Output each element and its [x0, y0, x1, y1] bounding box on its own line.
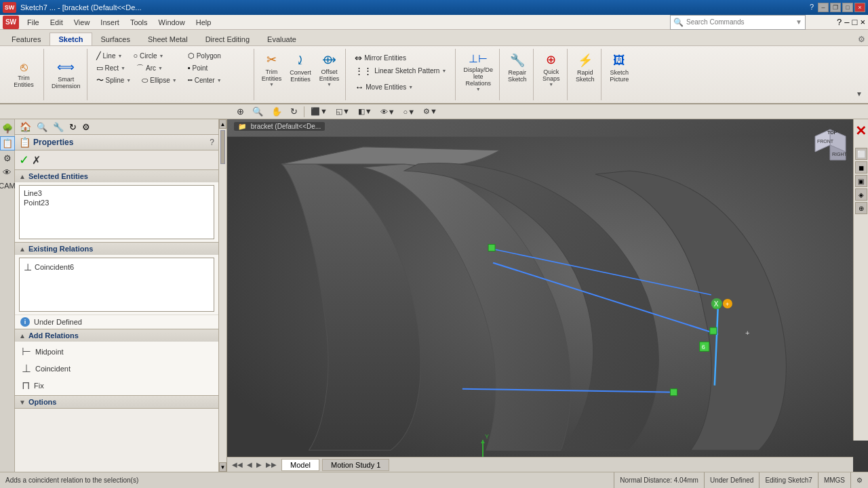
toolbar-icon-4[interactable]: × — [860, 17, 865, 27]
tab-sheet-metal[interactable]: Sheet Metal — [139, 33, 197, 45]
mini-button-1[interactable]: ⬜ — [855, 148, 867, 160]
selected-entities-header[interactable]: ▲ Selected Entities — [15, 170, 218, 182]
orientation-cube[interactable]: TOP FRONT RIGHT — [812, 126, 849, 163]
cam-icon[interactable]: CAM — [0, 180, 17, 191]
convert-entities-button[interactable]: ⤸ ConvertEntities — [286, 50, 315, 85]
centerline-dropdown[interactable]: ▼ — [217, 78, 222, 83]
view-orientation-button[interactable]: ◱▼ — [332, 106, 353, 117]
add-relation-midpoint[interactable]: ⊢ Midpoint — [18, 343, 216, 360]
scroll-up-button[interactable]: ▲ — [219, 119, 226, 129]
close-button[interactable]: × — [854, 3, 865, 12]
menu-edit[interactable]: Edit — [45, 17, 68, 28]
tab-motion-study[interactable]: Motion Study 1 — [322, 459, 389, 471]
linear-pattern-dropdown[interactable]: ▼ — [441, 68, 446, 73]
model-area[interactable]: X + 6 X — [227, 136, 868, 472]
property-manager-icon[interactable]: 📋 — [0, 136, 15, 150]
options-header[interactable]: ▼ Options — [15, 396, 218, 408]
rect-dropdown[interactable]: ▼ — [121, 66, 125, 70]
move-entities-button[interactable]: ↔ Move Entities ▼ — [350, 81, 451, 93]
spline-dropdown[interactable]: ▼ — [126, 78, 131, 83]
polygon-button[interactable]: ⬡ Polygon — [183, 50, 251, 61]
ribbon-more-button[interactable]: ▼ — [854, 89, 864, 99]
line-button[interactable]: ╱ Line ▼ — [92, 50, 127, 61]
menu-help[interactable]: Help — [191, 17, 217, 28]
display-delete-dropdown[interactable]: ▼ — [476, 87, 481, 92]
menu-window[interactable]: Window — [153, 17, 191, 28]
quick-snaps-dropdown[interactable]: ▼ — [549, 82, 553, 87]
centerline-button[interactable]: ┅ Center ▼ — [183, 75, 251, 85]
panel-help-button[interactable]: ? — [210, 138, 214, 147]
panel-tools-icon[interactable]: 🔧 — [51, 121, 66, 133]
move-entities-dropdown[interactable]: ▼ — [408, 85, 413, 89]
exit-sketch-button[interactable]: ⎋ Trim Entities — [7, 57, 41, 92]
add-relation-coincident[interactable]: ⊥ Coincident — [18, 360, 216, 377]
menu-insert[interactable]: Insert — [95, 17, 125, 28]
panel-refresh-icon[interactable]: ↻ — [67, 121, 79, 133]
ok-button[interactable]: ✓ — [19, 152, 29, 167]
menu-tools[interactable]: Tools — [125, 17, 153, 28]
repair-sketch-button[interactable]: 🔧 RepairSketch — [505, 50, 530, 85]
smart-dimension-button[interactable]: ⟺ SmartDimension — [48, 57, 84, 92]
search-dropdown-icon[interactable]: ▼ — [795, 18, 802, 26]
menu-view[interactable]: View — [68, 17, 96, 28]
ellipse-dropdown[interactable]: ▼ — [172, 78, 177, 83]
linear-pattern-button[interactable]: ⋮⋮ Linear Sketch Pattern ▼ — [350, 64, 451, 77]
display-delete-button[interactable]: ⊥⊢ Display/DeleteRelations ▼ — [460, 50, 496, 94]
toolbar-icon-2[interactable]: – — [844, 17, 849, 27]
view-settings-button[interactable]: ⚙▼ — [420, 106, 441, 117]
restore-button[interactable]: ❐ — [830, 3, 841, 12]
tab-nav-last[interactable]: ▶▶ — [264, 460, 279, 469]
tab-surfaces[interactable]: Surfaces — [92, 33, 139, 45]
tab-nav-first[interactable]: ◀◀ — [230, 460, 245, 469]
toolbar-icon-1[interactable]: ? — [837, 17, 842, 27]
tab-direct-editing[interactable]: Direct Editing — [197, 33, 258, 45]
quick-snaps-button[interactable]: ⊕ QuickSnaps ▼ — [539, 50, 564, 89]
scroll-thumb[interactable] — [220, 130, 225, 164]
mini-button-4[interactable]: ◈ — [855, 188, 867, 201]
trim-dropdown[interactable]: ▼ — [269, 82, 274, 87]
mirror-entities-button[interactable]: ⇔ Mirror Entities — [350, 52, 451, 64]
ellipse-button[interactable]: ⬭ Ellipse ▼ — [137, 75, 181, 85]
add-relation-fix[interactable]: ⊓ Fix — [18, 377, 216, 394]
point-button[interactable]: • Point — [183, 62, 251, 73]
selected-entities-list[interactable]: Line3 Point23 — [19, 185, 214, 239]
tab-model[interactable]: Model — [281, 459, 319, 471]
zoom-button[interactable]: 🔍 — [249, 105, 267, 118]
minimize-button[interactable]: – — [818, 3, 829, 12]
cancel-button[interactable]: ✗ — [32, 154, 41, 167]
search-input[interactable] — [686, 18, 793, 26]
mini-button-3[interactable]: ▣ — [855, 175, 867, 187]
scroll-down-button[interactable]: ▼ — [219, 462, 226, 472]
tab-features[interactable]: Features — [3, 33, 50, 45]
spline-button[interactable]: 〜 Spline ▼ — [92, 75, 136, 85]
hide-show-button[interactable]: 👁▼ — [377, 106, 399, 117]
arc-dropdown[interactable]: ▼ — [158, 66, 163, 70]
rapid-sketch-button[interactable]: ⚡ RapidSketch — [572, 50, 598, 85]
rectangle-button[interactable]: ▭ Rect ▼ — [92, 62, 131, 73]
panel-settings-icon[interactable]: ⚙ — [80, 121, 92, 133]
trim-entities-button[interactable]: ✂ TrimEntities ▼ — [258, 50, 285, 89]
section-view-button[interactable]: ◧▼ — [355, 106, 376, 117]
display-manager-icon[interactable]: 👁 — [1, 166, 13, 179]
viewport[interactable]: 📁 bracket (Default<<De... — [227, 119, 868, 472]
arc-button[interactable]: ⌒ Arc ▼ — [132, 62, 167, 73]
status-options-button[interactable]: ⚙ — [850, 472, 868, 489]
apply-scene-button[interactable]: ○▼ — [400, 106, 419, 117]
close-x-button[interactable]: ✕ — [854, 122, 867, 140]
line-dropdown[interactable]: ▼ — [117, 54, 122, 58]
toolbar-icon-3[interactable]: □ — [852, 17, 858, 27]
menu-file[interactable]: File — [22, 17, 45, 28]
configuration-icon[interactable]: ⚙ — [2, 152, 13, 165]
mini-button-2[interactable]: ◼ — [855, 161, 867, 174]
display-style-button[interactable]: ⬛▼ — [307, 106, 331, 117]
panel-search-icon[interactable]: 🔍 — [35, 121, 50, 133]
feature-tree-icon[interactable]: 🌳 — [1, 122, 14, 135]
pan-button[interactable]: ✋ — [268, 105, 285, 118]
circle-button[interactable]: ○ Circle ▼ — [128, 50, 168, 61]
ribbon-options-icon[interactable]: ⚙ — [858, 35, 865, 44]
offset-dropdown[interactable]: ▼ — [327, 82, 332, 87]
tab-evaluate[interactable]: Evaluate — [258, 33, 305, 45]
panel-home-icon[interactable]: 🏠 — [18, 121, 33, 133]
sketch-picture-button[interactable]: 🖼 SketchPicture — [606, 50, 632, 85]
tab-nav-next[interactable]: ▶ — [254, 460, 264, 469]
